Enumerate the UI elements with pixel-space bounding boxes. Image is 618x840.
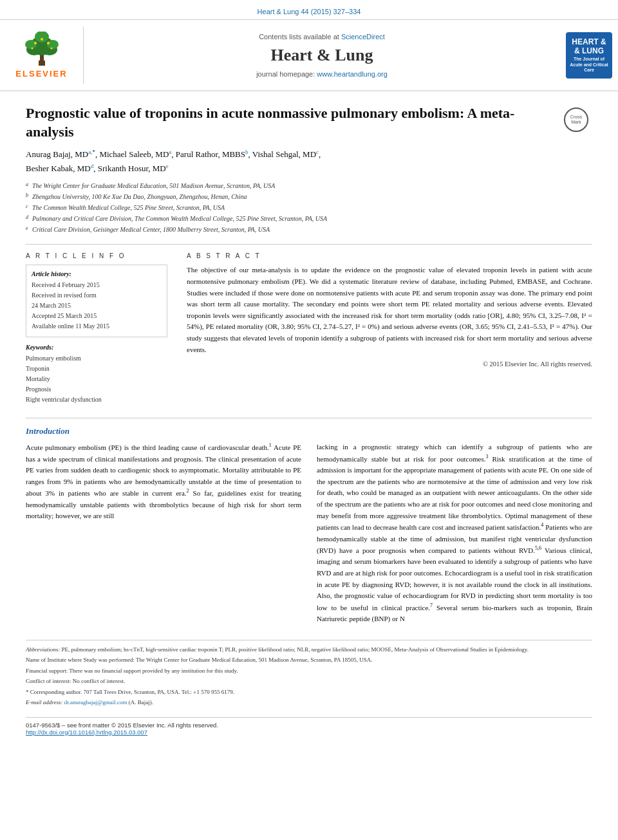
article-history-label: Article history: <box>32 270 162 277</box>
footnote-conflict: Conflict of interest: No conflict of int… <box>26 677 592 686</box>
keyword-pulmonary-embolism: Pulmonary embolism <box>26 353 167 364</box>
svg-point-6 <box>47 40 59 49</box>
intro-left-para: Acute pulmonary embolism (PE) is the thi… <box>26 442 301 521</box>
affil-c: c The Common Wealth Medical College, 525… <box>26 203 592 212</box>
main-content: Prognostic value of troponins in acute n… <box>0 91 618 749</box>
journal-name: Heart & Lung <box>271 46 373 65</box>
email-link[interactable]: dr.anuragbajaj@gmail.com <box>64 699 127 705</box>
hl-badge-title: HEART && LUNG <box>572 37 606 56</box>
keyword-rvd: Right ventricular dysfunction <box>26 395 167 405</box>
elsevier-tree-icon <box>16 32 68 67</box>
section-divider-2 <box>26 418 592 418</box>
header-bar: Heart & Lung 44 (2015) 327–334 <box>0 0 618 20</box>
affiliations: a The Wright Center for Graduate Medical… <box>26 181 592 234</box>
body-left-col: Acute pulmonary embolism (PE) is the thi… <box>26 442 301 630</box>
article-dates: Received 4 February 2015 Received in rev… <box>32 280 162 331</box>
footnote-email: E-mail address: dr.anuragbajaj@gmail.com… <box>26 698 592 707</box>
footnote-financial: Financial support: There was no financia… <box>26 667 592 676</box>
copyright-line: © 2015 Elsevier Inc. All rights reserved… <box>187 360 592 368</box>
footnote-abbreviations: Abbreviations: PE, pulmonary embolism; h… <box>26 646 592 655</box>
svg-point-8 <box>34 42 37 44</box>
intro-right-para: lacking in a prognostic strategy which c… <box>317 442 592 624</box>
article-history-box: Article history: Received 4 February 201… <box>26 265 167 337</box>
heart-lung-logo: HEART && LUNG The Journal ofAcute and Cr… <box>560 26 618 84</box>
svg-point-9 <box>41 38 43 41</box>
intro-section: Introduction Acute pulmonary embolism (P… <box>26 426 592 630</box>
svg-point-11 <box>31 48 33 50</box>
abstract-col: A B S T R A C T The objective of our met… <box>187 252 592 405</box>
footnote-institute: Name of Institute where Study was perfor… <box>26 656 592 665</box>
keyword-prognosis: Prognosis <box>26 384 167 395</box>
sciencedirect-link[interactable]: ScienceDirect <box>341 33 385 41</box>
article-title-section: Prognostic value of troponins in acute n… <box>26 104 592 141</box>
elsevier-logo: ELSEVIER <box>0 26 84 84</box>
footnote-corresponding: * Corresponding author. 707 Tall Trees D… <box>26 688 592 697</box>
sciencedirect-line: Contents lists available at ScienceDirec… <box>259 33 385 41</box>
article-info-col: A R T I C L E I N F O Article history: R… <box>26 252 167 405</box>
intro-title: Introduction <box>26 426 592 436</box>
crossmark-badge[interactable]: CrossMark <box>564 107 588 132</box>
journal-homepage: journal homepage: www.heartandlung.org <box>256 70 388 78</box>
abstract-text: The objective of our meta-analysis is to… <box>187 265 592 355</box>
doi-link[interactable]: http://dx.doi.org/10.1016/j.hrtlng.2015.… <box>26 729 147 736</box>
article-title: Prognostic value of troponins in acute n… <box>26 104 560 141</box>
affil-a: a The Wright Center for Graduate Medical… <box>26 181 592 191</box>
bottom-bar: 0147-9563/$ – see front matter © 2015 El… <box>26 717 592 736</box>
affil-e: e Critical Care Division, Geisinger Medi… <box>26 225 592 234</box>
journal-center: Contents lists available at ScienceDirec… <box>84 26 560 84</box>
keywords-section: Keywords: Pulmonary embolism Troponin Mo… <box>26 344 167 405</box>
journal-homepage-link[interactable]: www.heartandlung.org <box>317 70 387 78</box>
doi-line: http://dx.doi.org/10.1016/j.hrtlng.2015.… <box>26 729 592 736</box>
article-info-title: A R T I C L E I N F O <box>26 252 167 259</box>
footnotes-section: Abbreviations: PE, pulmonary embolism; h… <box>26 640 592 707</box>
crossmark: CrossMark <box>560 104 592 132</box>
hl-badge: HEART && LUNG The Journal ofAcute and Cr… <box>566 32 612 79</box>
svg-point-10 <box>47 42 50 44</box>
page: Heart & Lung 44 (2015) 327–334 <box>0 0 618 840</box>
affil-d: d Pulmonary and Critical Care Division, … <box>26 214 592 223</box>
elsevier-text: ELSEVIER <box>15 69 67 79</box>
svg-point-12 <box>50 48 52 50</box>
affil-b: b Zhengzhou University, 100 Ke Xue Da Da… <box>26 192 592 201</box>
keyword-mortality: Mortality <box>26 374 167 384</box>
section-divider <box>26 244 592 245</box>
issn-line: 0147-9563/$ – see front matter © 2015 El… <box>26 722 592 729</box>
body-two-col: Acute pulmonary embolism (PE) is the thi… <box>26 442 592 630</box>
keywords-label: Keywords: <box>26 344 167 351</box>
hl-badge-subtitle: The Journal ofAcute and Critical Care <box>566 57 612 73</box>
abstract-title: A B S T R A C T <box>187 252 592 259</box>
journal-header: ELSEVIER Contents lists available at Sci… <box>0 20 618 91</box>
keyword-troponin: Troponin <box>26 364 167 374</box>
article-info-abstract: A R T I C L E I N F O Article history: R… <box>26 252 592 405</box>
journal-reference: Heart & Lung 44 (2015) 327–334 <box>258 8 361 15</box>
svg-point-5 <box>25 40 37 49</box>
authors-line: Anurag Bajaj, MDa,*, Michael Saleeb, MDa… <box>26 147 592 176</box>
body-right-col: lacking in a prognostic strategy which c… <box>317 442 592 630</box>
